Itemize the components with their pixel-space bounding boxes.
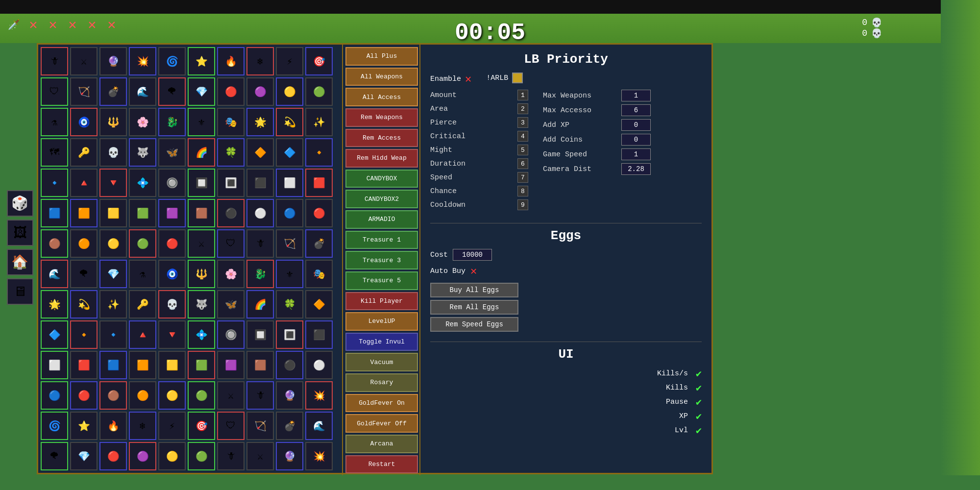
- weapon-cell[interactable]: 🌪: [41, 442, 68, 470]
- weapon-cell[interactable]: 🧿: [70, 108, 98, 136]
- hud-x2-icon[interactable]: ✕: [44, 16, 62, 33]
- weapon-cell[interactable]: 🏹: [70, 77, 98, 106]
- weapon-cell[interactable]: ⚔: [217, 381, 245, 410]
- param-num-cooldown[interactable]: 9: [517, 199, 528, 210]
- weapon-cell[interactable]: 🟧: [70, 199, 98, 227]
- weapon-cell[interactable]: 🐺: [188, 290, 215, 318]
- weapon-cell[interactable]: ❄: [129, 412, 156, 440]
- weapon-cell[interactable]: 🗡: [217, 442, 245, 470]
- weapon-cell[interactable]: 🔳: [217, 169, 245, 197]
- panel-btn-rem-weapons[interactable]: Rem Weapons: [345, 108, 418, 127]
- weapon-cell[interactable]: 🌸: [129, 108, 156, 136]
- weapon-cell[interactable]: 🌸: [217, 260, 245, 288]
- weapon-cell[interactable]: 🦋: [217, 290, 245, 318]
- panel-btn-kill-player[interactable]: Kill Player: [345, 292, 418, 311]
- rem-all-eggs-button[interactable]: Rem All Eggs: [430, 300, 518, 315]
- weapon-cell[interactable]: ⚫: [276, 351, 303, 379]
- weapon-cell[interactable]: 🟧: [129, 351, 156, 379]
- weapon-cell[interactable]: 🍀: [276, 290, 303, 318]
- weapon-cell[interactable]: 🎯: [188, 412, 215, 440]
- weapon-cell[interactable]: 💀: [99, 138, 127, 167]
- weapon-cell[interactable]: 🟫: [246, 351, 274, 379]
- weapon-cell[interactable]: 🔸: [305, 138, 333, 167]
- ui-check-xp[interactable]: ✔: [696, 410, 702, 422]
- panel-btn-candybox[interactable]: CANDYBOX: [345, 170, 418, 188]
- weapon-cell[interactable]: 🔷: [41, 320, 68, 349]
- weapon-cell[interactable]: 💥: [305, 442, 333, 470]
- sidebar-dice-icon[interactable]: 🎲: [7, 190, 33, 217]
- weapon-cell[interactable]: 🔺: [129, 320, 156, 349]
- weapon-cell[interactable]: 🐺: [129, 138, 156, 167]
- weapon-cell[interactable]: 🔳: [276, 320, 303, 349]
- weapon-cell[interactable]: ✨: [99, 290, 127, 318]
- weapon-cell[interactable]: 💠: [129, 169, 156, 197]
- arlb-checkbox[interactable]: [512, 73, 523, 83]
- weapon-cell[interactable]: 🎭: [305, 260, 333, 288]
- weapon-cell[interactable]: 💀: [158, 290, 186, 318]
- weapon-cell[interactable]: ⬜: [276, 169, 303, 197]
- weapon-cell[interactable]: 🟩: [129, 199, 156, 227]
- weapon-cell[interactable]: ⚡: [276, 47, 303, 75]
- param-num-duration[interactable]: 6: [517, 158, 528, 169]
- autobuy-x-icon[interactable]: ✕: [470, 265, 477, 278]
- weapon-cell[interactable]: 🛡: [41, 77, 68, 106]
- weapon-cell[interactable]: 🔘: [217, 320, 245, 349]
- weapon-cell[interactable]: 🔸: [70, 320, 98, 349]
- weapon-cell[interactable]: 🔵: [276, 199, 303, 227]
- weapon-cell[interactable]: 🟢: [188, 442, 215, 470]
- panel-btn-toggle-invul[interactable]: Toggle Invul: [345, 333, 418, 351]
- weapon-cell[interactable]: 💣: [99, 77, 127, 106]
- weapon-cell[interactable]: 🌪: [70, 260, 98, 288]
- weapon-cell[interactable]: 🔴: [217, 77, 245, 106]
- weapon-cell[interactable]: 🔺: [70, 169, 98, 197]
- weapon-cell[interactable]: 🟡: [99, 229, 127, 258]
- weapon-cell[interactable]: 💫: [70, 290, 98, 318]
- panel-btn-arcana[interactable]: Arcana: [345, 435, 418, 453]
- weapon-cell[interactable]: ⚫: [217, 199, 245, 227]
- weapon-cell[interactable]: 🟫: [188, 199, 215, 227]
- weapon-cell[interactable]: 🐉: [158, 108, 186, 136]
- sidebar-image-icon[interactable]: 🖼: [7, 220, 33, 246]
- param-value-camera-dist[interactable]: 2.28: [621, 163, 651, 175]
- ui-check-kills[interactable]: ✔: [696, 382, 702, 394]
- weapon-cell[interactable]: 🟦: [99, 351, 127, 379]
- weapon-cell[interactable]: 🔱: [99, 108, 127, 136]
- hud-x3-icon[interactable]: ✕: [64, 16, 81, 33]
- weapon-cell[interactable]: ⚔: [70, 47, 98, 75]
- hud-x4-icon[interactable]: ✕: [83, 16, 101, 33]
- weapon-cell[interactable]: 🌪: [158, 77, 186, 106]
- weapon-cell[interactable]: 💥: [129, 47, 156, 75]
- weapon-cell[interactable]: 💠: [188, 320, 215, 349]
- weapon-cell[interactable]: 🟠: [129, 381, 156, 410]
- hud-x1-icon[interactable]: ✕: [24, 16, 42, 33]
- weapon-cell[interactable]: ❄: [246, 47, 274, 75]
- weapon-cell[interactable]: 🧿: [158, 260, 186, 288]
- weapon-cell[interactable]: 🟩: [188, 351, 215, 379]
- weapon-cell[interactable]: 🔲: [188, 169, 215, 197]
- panel-btn-goldfever-off[interactable]: GoldFever Off: [345, 414, 418, 433]
- hud-x5-icon[interactable]: ✕: [103, 16, 121, 33]
- weapon-cell[interactable]: 💎: [99, 260, 127, 288]
- weapon-cell[interactable]: 🌊: [305, 412, 333, 440]
- weapon-cell[interactable]: 🗡: [41, 47, 68, 75]
- weapon-cell[interactable]: 🔴: [70, 381, 98, 410]
- weapon-cell[interactable]: 🟨: [158, 351, 186, 379]
- ui-check-lvl[interactable]: ✔: [696, 424, 702, 437]
- weapon-cell[interactable]: 🔥: [99, 412, 127, 440]
- weapon-cell[interactable]: 🔷: [276, 138, 303, 167]
- weapon-cell[interactable]: ⭐: [188, 47, 215, 75]
- weapon-cell[interactable]: 🌟: [41, 290, 68, 318]
- panel-btn-all-access[interactable]: All Access: [345, 88, 418, 106]
- weapon-cell[interactable]: 🔴: [99, 442, 127, 470]
- weapon-cell[interactable]: 🔮: [99, 47, 127, 75]
- weapon-cell[interactable]: 🗡: [246, 229, 274, 258]
- weapon-cell[interactable]: 🔱: [188, 260, 215, 288]
- weapon-cell[interactable]: 🔹: [99, 320, 127, 349]
- param-value-add-xp[interactable]: 0: [621, 119, 651, 131]
- weapon-cell[interactable]: 🔥: [217, 47, 245, 75]
- weapon-cell[interactable]: ⚔: [246, 442, 274, 470]
- weapon-cell[interactable]: 🟢: [305, 77, 333, 106]
- weapon-cell[interactable]: 🟨: [99, 199, 127, 227]
- panel-btn-levelup[interactable]: LevelUP: [345, 312, 418, 331]
- weapon-cell[interactable]: 🌀: [158, 47, 186, 75]
